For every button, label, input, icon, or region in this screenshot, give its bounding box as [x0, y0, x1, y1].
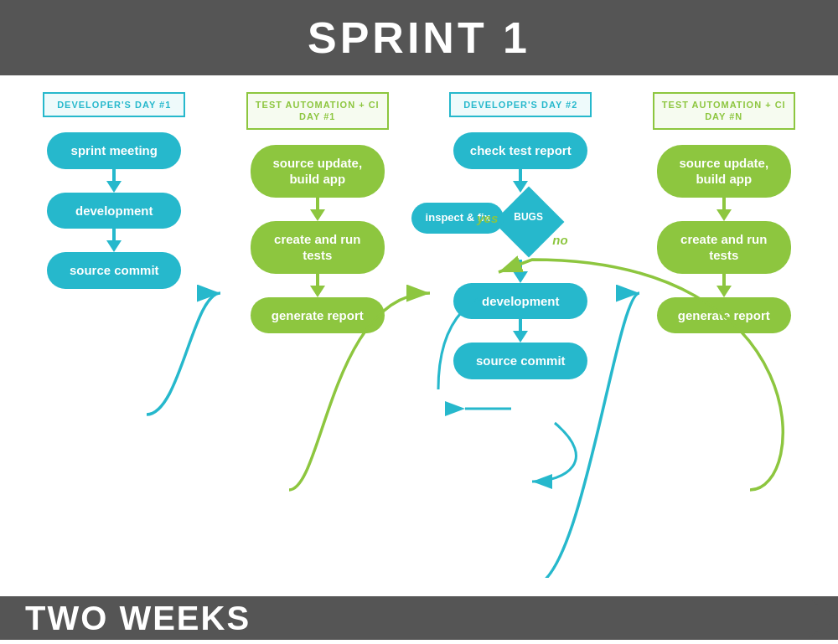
arrow-stem-2 — [112, 229, 116, 240]
page-title: SPRINT 1 — [308, 13, 530, 63]
node-source-commit2: source commit — [453, 343, 587, 379]
col-header-dev1: DEVELOPER'S DAY #1 — [43, 92, 185, 117]
node-development1: development — [47, 193, 181, 229]
node-create-run1: create and run tests — [251, 221, 385, 274]
arrow-stem-3 — [316, 198, 319, 209]
arrow-stem-6 — [519, 260, 522, 271]
arrow-down-3 — [310, 209, 325, 221]
node-sprint-meeting: sprint meeting — [47, 132, 181, 169]
header: SPRINT 1 — [0, 0, 838, 75]
arrow-down-8 — [716, 209, 732, 221]
arrow-down-5 — [513, 181, 528, 193]
bugs-label: BUGS — [514, 211, 543, 223]
arrow-down-1 — [106, 181, 122, 193]
arrow-stem-1 — [112, 169, 116, 181]
main-content: DEVELOPER'S DAY #1 sprint meeting develo… — [0, 75, 838, 644]
page-wrapper: SPRINT 1 DEVELOPER'S DAY #1 sprint meeti… — [0, 0, 838, 644]
node-development2: development — [453, 283, 587, 320]
col-header-ci1: TEST AUTOMATION + CI DAY #1 — [246, 92, 389, 130]
arrow-stem-7 — [519, 319, 522, 331]
arrow-stem-8 — [722, 198, 726, 209]
arrow-down-6 — [513, 271, 528, 283]
timeline-label: TWO WEEKS — [0, 600, 251, 637]
arrow-stem-5 — [519, 169, 522, 181]
col-header-cin: TEST AUTOMATION + CI DAY #N — [653, 92, 795, 130]
node-check-test: check test report — [453, 132, 587, 169]
bugs-area: BUGS yes no inspect & fix — [453, 193, 587, 260]
arrow-stem-4 — [316, 274, 319, 286]
col-header-dev2: DEVELOPER'S DAY #2 — [449, 92, 592, 117]
arrow-stem-9 — [722, 274, 726, 286]
column-dev2: DEVELOPER'S DAY #2 check test report BUG… — [419, 92, 623, 578]
node-source-update1: source update, build app — [251, 145, 385, 198]
columns-container: DEVELOPER'S DAY #1 sprint meeting develo… — [13, 92, 825, 578]
timeline-bar: TWO WEEKS — [0, 596, 838, 640]
node-generate-report2: generate report — [657, 297, 791, 334]
node-generate-report1: generate report — [251, 297, 385, 334]
yes-label: yes — [477, 211, 498, 225]
column-ci1: TEST AUTOMATION + CI DAY #1 source updat… — [216, 92, 420, 578]
arrow-down-7 — [513, 331, 528, 343]
node-source-update2: source update, build app — [657, 145, 791, 198]
no-label: no — [552, 233, 567, 247]
arrow-down-9 — [716, 286, 732, 297]
node-create-run2: create and run tests — [657, 221, 791, 274]
column-cin: TEST AUTOMATION + CI DAY #N source updat… — [623, 92, 826, 578]
arrow-down-4 — [310, 286, 325, 297]
arrow-down-2 — [106, 240, 122, 252]
column-dev1: DEVELOPER'S DAY #1 sprint meeting develo… — [13, 92, 216, 578]
node-source-commit1: source commit — [47, 252, 181, 289]
timeline-arrow — [804, 596, 838, 640]
